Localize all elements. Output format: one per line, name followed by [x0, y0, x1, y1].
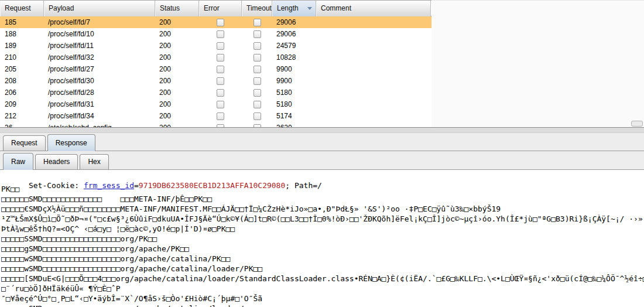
payload-cell: /proc/self/fd/30	[44, 75, 155, 87]
response-body-line: ″□¥åeçé^Ú□°□¸P□L“‹□Y•äýbÎ=¨X`/O¶åS›š□Òo'…	[1, 294, 644, 303]
length-cell: 29006	[272, 28, 316, 40]
column-header-status[interactable]: Status	[155, 1, 199, 16]
length-cell: 5180	[272, 87, 316, 98]
payload-cell: /proc/self/fd/7	[44, 16, 155, 28]
error-checkbox[interactable]	[217, 77, 224, 85]
timeout-checkbox[interactable]	[254, 42, 261, 50]
table-row[interactable]: 209/proc/self/fd/312005180	[0, 98, 431, 110]
timeout-checkbox[interactable]	[254, 19, 261, 26]
tab-headers[interactable]: Headers	[35, 154, 78, 169]
timeout-checkbox[interactable]	[254, 112, 261, 120]
error-checkbox[interactable]	[217, 54, 224, 62]
response-body-line: □¨´ru□òÖ]ðHÏäkéüÛ« ¶Ý□È□ˆP	[1, 284, 644, 294]
comment-cell	[316, 52, 431, 63]
response-body-line: □□□□□€SMDçX½Àü□□□ñ□□□□□□□□META-INF/MANIF…	[1, 204, 644, 214]
view-tab-bar: RawHeadersHex	[0, 151, 644, 170]
request-number-cell: 205	[0, 63, 44, 75]
timeout-cell	[242, 16, 272, 28]
horizontal-scrollbar-thumb[interactable]	[631, 121, 643, 127]
error-checkbox[interactable]	[217, 66, 224, 73]
pane-splitter-grip[interactable]	[0, 128, 644, 133]
error-cell	[199, 52, 242, 63]
comment-cell	[316, 87, 431, 98]
error-checkbox[interactable]	[217, 30, 224, 38]
timeout-cell	[242, 28, 272, 40]
tab-hex[interactable]: Hex	[80, 154, 108, 169]
error-cell	[199, 75, 242, 87]
status-cell: 200	[155, 98, 199, 110]
payload-cell: /proc/self/fd/32	[44, 52, 155, 63]
table-row[interactable]: 189/proc/self/fd/1120024579	[0, 40, 431, 52]
error-checkbox[interactable]	[217, 89, 224, 97]
timeout-checkbox[interactable]	[254, 54, 261, 62]
results-table-empty-area	[431, 0, 644, 128]
request-number-cell: 206	[0, 87, 44, 98]
timeout-checkbox[interactable]	[254, 30, 261, 38]
timeout-cell	[242, 52, 272, 63]
status-cell: 200	[155, 122, 199, 127]
set-cookie-header-line: Set-Cookie: frm_sess_id=9719DB623580ECB1…	[1, 170, 322, 180]
status-cell: 200	[155, 16, 199, 28]
comment-cell	[316, 75, 431, 87]
status-cell: 200	[155, 75, 199, 87]
table-row[interactable]: 210/proc/self/fd/3220010828	[0, 52, 431, 63]
request-number-cell: 188	[0, 28, 44, 40]
tab-raw[interactable]: Raw	[3, 153, 33, 170]
sort-descending-icon	[307, 7, 312, 10]
length-cell: 5180	[272, 98, 316, 110]
timeout-checkbox[interactable]	[254, 89, 261, 97]
timeout-checkbox[interactable]	[254, 77, 261, 85]
table-row[interactable]: 205/proc/self/fd/272009900	[0, 63, 431, 75]
status-cell: 200	[155, 40, 199, 52]
payload-cell: /etc/ssh/sshd_config	[44, 122, 155, 127]
table-row[interactable]: 185/proc/self/fd/720029006	[0, 16, 431, 28]
error-cell	[199, 122, 242, 127]
response-body-line: □□□□□[SMDuE<G|□□□Õ□□□4□□□org/apache/cata…	[1, 274, 644, 284]
column-header-length[interactable]: Length	[272, 1, 316, 16]
error-checkbox[interactable]	[217, 101, 224, 108]
timeout-cell	[242, 110, 272, 122]
request-number-cell: 36	[0, 122, 44, 127]
table-row[interactable]: 208/proc/self/fd/302009900	[0, 75, 431, 87]
comment-cell	[316, 110, 431, 122]
length-cell: 29006	[272, 16, 316, 28]
status-cell: 200	[155, 28, 199, 40]
tab-response[interactable]: Response	[47, 134, 95, 151]
request-number-cell: 209	[0, 98, 44, 110]
request-number-cell: 210	[0, 52, 44, 63]
response-body-line: PK□□	[1, 184, 644, 194]
timeout-cell	[242, 87, 272, 98]
response-body-line: □□□□□□SMD□□□□□□□□□□□□□ □□□META-INF/þÊ□□P…	[1, 194, 644, 204]
comment-cell	[316, 40, 431, 52]
response-body: PK□□□□□□□□SMD□□□□□□□□□□□□□ □□□META-INF/þ…	[1, 184, 644, 307]
timeout-cell	[242, 98, 272, 110]
tab-request[interactable]: Request	[3, 135, 46, 151]
error-cell	[199, 63, 242, 75]
message-tab-bar: RequestResponse	[0, 133, 644, 151]
response-body-line: □□□□□wSMD□□□□□□□□□□□□□□□□□org/apache/cat…	[1, 264, 644, 274]
timeout-checkbox[interactable]	[254, 66, 261, 73]
error-checkbox[interactable]	[217, 42, 224, 50]
error-checkbox[interactable]	[217, 112, 224, 120]
response-viewer[interactable]: Set-Cookie: frm_sess_id=9719DB623580ECB1…	[0, 170, 644, 307]
table-row[interactable]: 206/proc/self/fd/282005180	[0, 87, 431, 98]
request-number-cell: 212	[0, 110, 44, 122]
status-cell: 200	[155, 63, 199, 75]
table-row[interactable]: 188/proc/self/fd/1020029006	[0, 28, 431, 40]
comment-cell	[316, 122, 431, 127]
column-header-request[interactable]: Request	[0, 1, 44, 16]
column-header-payload[interactable]: Payload	[44, 1, 155, 16]
payload-cell: /proc/self/fd/28	[44, 87, 155, 98]
results-table-body: 185/proc/self/fd/720029006188/proc/self/…	[0, 16, 431, 127]
column-header-comment[interactable]: Comment	[316, 1, 431, 16]
comment-cell	[316, 63, 431, 75]
length-cell: 9900	[272, 63, 316, 75]
table-row[interactable]: 212/proc/self/fd/342005174	[0, 110, 431, 122]
column-header-timeout[interactable]: Timeout	[242, 1, 272, 16]
timeout-checkbox[interactable]	[254, 101, 261, 108]
status-cell: 200	[155, 87, 199, 98]
table-row[interactable]: 36/etc/ssh/sshd_config2003620	[0, 122, 431, 127]
error-checkbox[interactable]	[217, 19, 224, 26]
request-number-cell: 208	[0, 75, 44, 87]
column-header-error[interactable]: Error	[199, 1, 242, 16]
